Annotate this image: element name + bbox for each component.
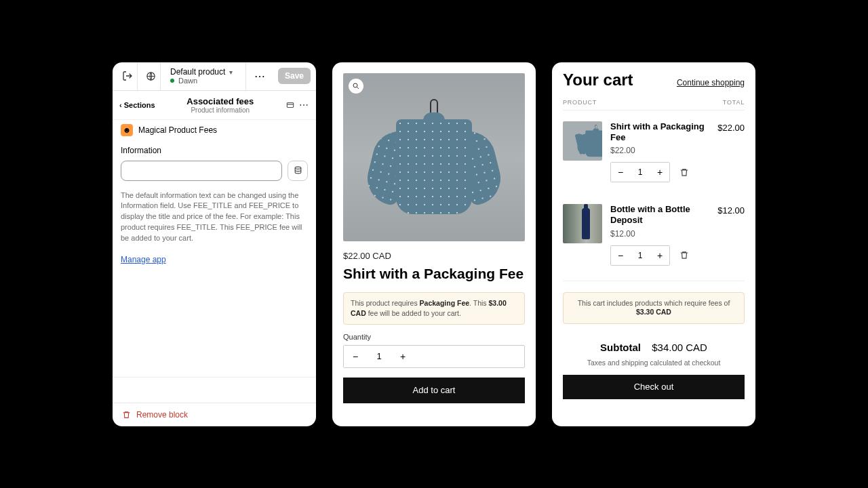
remove-item-button[interactable] bbox=[679, 167, 689, 178]
qty-decrement-button[interactable]: − bbox=[611, 246, 630, 265]
checkout-button[interactable]: Check out bbox=[563, 375, 745, 399]
preview-icon[interactable] bbox=[285, 100, 295, 110]
svg-rect-1 bbox=[287, 102, 293, 107]
trash-icon bbox=[679, 250, 689, 260]
help-text: The default information text can be chan… bbox=[121, 190, 308, 245]
qty-increment-button[interactable]: + bbox=[650, 163, 669, 182]
globe-button[interactable] bbox=[142, 62, 161, 90]
remove-item-button[interactable] bbox=[679, 250, 689, 260]
qty-increment-button[interactable]: + bbox=[391, 346, 414, 367]
product-image bbox=[343, 73, 525, 241]
cart-item: Bottle with a Bottle Deposit $12.00 − 1 … bbox=[563, 193, 745, 277]
dynamic-source-button[interactable] bbox=[288, 161, 308, 181]
qty-decrement-button[interactable]: − bbox=[611, 163, 630, 182]
cart-item-total: $22.00 bbox=[717, 121, 745, 183]
quantity-stepper: − 1 + bbox=[343, 345, 525, 368]
app-name: Magical Product Fees bbox=[138, 125, 217, 135]
back-button[interactable]: ‹ Sections bbox=[119, 101, 155, 109]
zoom-button[interactable] bbox=[349, 79, 363, 94]
manage-app-link[interactable]: Manage app bbox=[121, 255, 166, 264]
cart-subtotal: Subtotal $34.00 CAD bbox=[563, 342, 745, 353]
trash-icon bbox=[122, 410, 131, 420]
cart-item: Shirt with a Packaging Fee $22.00 − 1 + … bbox=[563, 110, 745, 194]
product-selector[interactable]: Default product ▾ Dawn bbox=[165, 67, 241, 85]
trash-icon bbox=[679, 167, 689, 178]
cart-columns: PRODUCT TOTAL bbox=[563, 96, 745, 110]
svg-point-2 bbox=[295, 167, 301, 169]
remove-block-button[interactable]: Remove block bbox=[113, 403, 316, 426]
exit-editor-button[interactable] bbox=[118, 62, 138, 90]
chevron-down-icon: ▾ bbox=[229, 68, 233, 76]
cart-item-image bbox=[563, 121, 602, 161]
editor-toolbar: Default product ▾ Dawn ⋯ Save bbox=[113, 62, 316, 91]
section-title: Associated fees bbox=[161, 96, 280, 106]
qty-value: 1 bbox=[630, 246, 650, 265]
cart-title: Your cart bbox=[563, 70, 633, 89]
section-more-button[interactable]: ⋯ bbox=[299, 100, 309, 110]
qty-value: 1 bbox=[630, 163, 650, 182]
product-selector-label: Default product bbox=[170, 67, 225, 77]
information-label: Information bbox=[121, 146, 308, 155]
theme-name: Dawn bbox=[178, 77, 197, 85]
status-dot-icon bbox=[170, 79, 174, 83]
section-header: ‹ Sections Associated fees Product infor… bbox=[113, 91, 316, 120]
qty-value: 1 bbox=[367, 346, 391, 367]
product-title: Shirt with a Packaging Fee bbox=[343, 265, 525, 283]
app-icon: ☻ bbox=[121, 124, 133, 136]
chevron-left-icon: ‹ bbox=[119, 101, 122, 109]
continue-shopping-link[interactable]: Continue shopping bbox=[677, 78, 745, 87]
shirt-illustration bbox=[366, 96, 502, 218]
information-input[interactable] bbox=[121, 161, 282, 181]
save-button[interactable]: Save bbox=[278, 68, 311, 84]
qty-decrement-button[interactable]: − bbox=[344, 346, 367, 367]
add-to-cart-button[interactable]: Add to cart bbox=[343, 378, 525, 403]
cart-qty-stepper: − 1 + bbox=[610, 245, 670, 266]
cart-panel: Your cart Continue shopping PRODUCT TOTA… bbox=[552, 62, 755, 426]
cart-item-price: $22.00 bbox=[610, 146, 709, 155]
theme-editor-panel: Default product ▾ Dawn ⋯ Save ‹ Sections… bbox=[113, 62, 316, 426]
product-page-panel: $22.00 CAD Shirt with a Packaging Fee Th… bbox=[332, 62, 536, 426]
quantity-label: Quantity bbox=[343, 333, 525, 341]
product-price: $22.00 CAD bbox=[343, 251, 525, 261]
fee-notice: This product requires Packaging Fee. Thi… bbox=[343, 292, 525, 324]
cart-qty-stepper: − 1 + bbox=[610, 162, 670, 182]
cart-item-price: $12.00 bbox=[610, 229, 709, 239]
qty-increment-button[interactable]: + bbox=[650, 246, 669, 265]
app-block: ☻ Magical Product Fees bbox=[121, 120, 308, 143]
more-button[interactable]: ⋯ bbox=[250, 70, 270, 83]
cart-fee-notice: This cart includes products which requir… bbox=[563, 292, 745, 324]
cart-item-name: Shirt with a Packaging Fee bbox=[610, 121, 709, 144]
cart-item-image bbox=[563, 204, 602, 243]
cart-item-total: $12.00 bbox=[717, 204, 745, 266]
svg-point-3 bbox=[353, 83, 357, 87]
tax-note: Taxes and shipping calculated at checkou… bbox=[563, 359, 745, 367]
cart-item-name: Bottle with a Bottle Deposit bbox=[610, 204, 709, 226]
section-subtitle: Product information bbox=[161, 106, 280, 114]
